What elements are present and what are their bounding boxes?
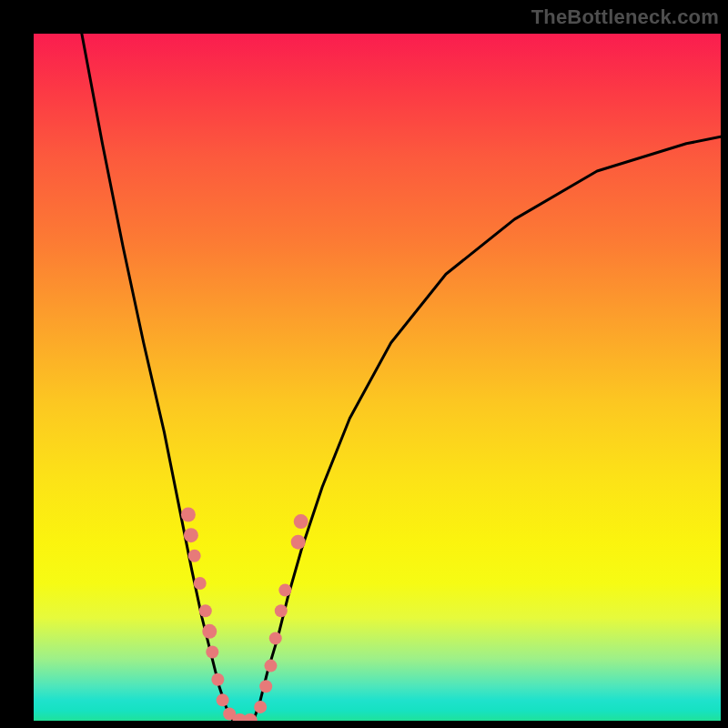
chart-svg: [34, 34, 721, 721]
marker-point: [194, 577, 207, 590]
marker-point: [269, 632, 282, 644]
watermark-text: TheBottleneck.com: [531, 5, 719, 29]
marker-point: [254, 701, 267, 713]
marker-point: [275, 604, 288, 617]
bottleneck-curve: [82, 34, 721, 721]
marker-point: [188, 550, 201, 562]
marker-point: [259, 680, 272, 693]
marker-point: [217, 693, 229, 706]
marker-point: [206, 646, 218, 659]
marker-point: [202, 624, 217, 639]
marker-point: [291, 535, 306, 550]
plot-area: [34, 34, 721, 721]
marker-point: [199, 604, 212, 617]
chart-frame: TheBottleneck.com: [0, 0, 728, 728]
marker-point: [278, 584, 291, 597]
marker-point: [181, 508, 196, 522]
marker-point: [211, 673, 224, 686]
marker-group: [181, 508, 308, 722]
marker-point: [264, 660, 277, 672]
marker-point: [184, 528, 198, 542]
marker-point: [294, 514, 308, 529]
